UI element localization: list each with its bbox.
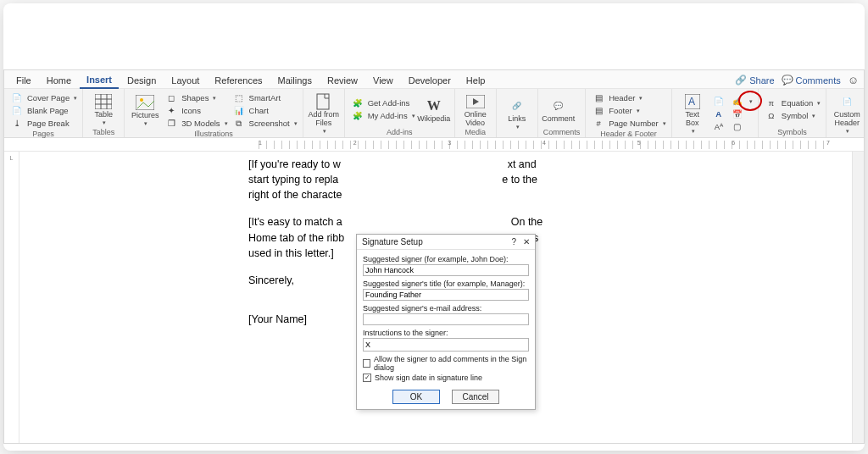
links-button[interactable]: 🔗 Links — [502, 96, 532, 131]
input-signer-email[interactable] — [363, 313, 529, 325]
label-suggested-signer: Suggested signer (for example, John Doe)… — [363, 255, 529, 263]
group-links: 🔗 Links — [497, 89, 538, 137]
wordart-button[interactable]: A — [711, 108, 726, 119]
screenshot-icon: ⧉ — [231, 117, 247, 129]
equation-icon: π — [764, 97, 779, 109]
ok-button[interactable]: OK — [392, 390, 440, 404]
get-addins-button[interactable]: 🧩Get Add-ins — [350, 97, 415, 109]
signature-icon: ✍ — [730, 95, 745, 107]
doc-text: used in this letter.] — [248, 247, 334, 259]
icons-icon: ✦ — [164, 104, 179, 116]
wikipedia-icon: W — [425, 97, 443, 114]
group-comments-label: Comments — [543, 127, 581, 136]
store-icon: 🧩 — [350, 97, 365, 109]
input-instructions[interactable] — [363, 338, 529, 352]
smartart-icon: ⬚ — [231, 91, 247, 103]
custom-header-button[interactable]: 📄 Custom Header — [832, 91, 862, 136]
word-window: File Home Insert Design Layout Reference… — [3, 69, 865, 444]
group-tables-label: Tables — [88, 127, 119, 136]
object-button[interactable]: ▢ — [730, 120, 753, 132]
cover-page-button[interactable]: 📄Cover Page — [9, 91, 77, 103]
tab-references[interactable]: References — [208, 73, 269, 88]
blank-page-button[interactable]: 📄Blank Page — [9, 104, 77, 116]
addins-icon: 🧩 — [350, 110, 365, 122]
vertical-ruler[interactable]: L — [4, 152, 19, 443]
checkbox-allow-comments[interactable] — [363, 359, 370, 368]
icons-button[interactable]: ✦Icons — [164, 104, 227, 116]
add-from-files-button[interactable]: Add from Files — [309, 91, 339, 136]
comments-button[interactable]: 💬 Comments — [782, 75, 841, 86]
chart-icon: 📊 — [231, 104, 247, 116]
page-break-button[interactable]: ⤓Page Break — [9, 117, 77, 129]
footer-icon: ▤ — [591, 104, 606, 116]
text-box-button[interactable]: A Text Box — [677, 91, 708, 136]
symbol-button[interactable]: ΩSymbol — [764, 110, 821, 122]
checkbox-show-date[interactable]: ✓ — [363, 374, 371, 382]
screenshot-button[interactable]: ⧉Screenshot — [231, 117, 298, 129]
group-hf-label: Header & Footer — [591, 129, 666, 138]
header-button[interactable]: ▤Header — [591, 91, 666, 103]
tab-layout[interactable]: Layout — [164, 73, 206, 88]
date-time-button[interactable]: 📅 — [730, 108, 753, 119]
feedback-icon[interactable]: ☺ — [848, 74, 859, 86]
dialog-help-button[interactable]: ? — [511, 237, 516, 246]
horizontal-ruler[interactable]: 1234567 — [4, 138, 864, 152]
doc-text: xt and — [508, 158, 537, 170]
pictures-button[interactable]: Pictures — [130, 92, 160, 128]
chart-button[interactable]: 📊Chart — [231, 104, 298, 116]
group-illustrations-label: Illustrations — [130, 129, 297, 138]
footer-button[interactable]: ▤Footer — [591, 104, 666, 116]
group-logos: 📄 Custom Header Logos — [826, 89, 865, 137]
vertical-scrollbar[interactable] — [852, 152, 864, 443]
smartart-button[interactable]: ⬚SmartArt — [231, 91, 298, 103]
wikipedia-button[interactable]: W Wikipedia — [419, 96, 449, 123]
tab-view[interactable]: View — [366, 73, 400, 88]
page-number-button[interactable]: #Page Number — [591, 117, 666, 129]
shapes-icon: ◻ — [164, 91, 179, 103]
tab-help[interactable]: Help — [459, 73, 492, 88]
online-video-button[interactable]: Online Video — [460, 91, 491, 127]
input-suggested-signer[interactable] — [363, 264, 529, 276]
input-signer-title[interactable] — [363, 289, 529, 301]
tab-insert[interactable]: Insert — [80, 72, 119, 89]
quickparts-icon: 📄 — [711, 95, 726, 107]
tab-mailings[interactable]: Mailings — [271, 73, 319, 88]
tab-home[interactable]: Home — [40, 73, 78, 88]
my-addins-button[interactable]: 🧩My Add-ins — [350, 110, 415, 122]
3d-models-button[interactable]: ❒3D Models — [164, 117, 227, 129]
shapes-button[interactable]: ◻Shapes — [164, 91, 227, 103]
tab-review[interactable]: Review — [320, 73, 364, 88]
header-icon: ▤ — [591, 91, 606, 103]
drop-cap-button[interactable]: Aᴬ — [711, 120, 726, 132]
page-icon: 📄 — [9, 91, 25, 103]
comment-button[interactable]: 💬 Comment — [543, 96, 574, 123]
label-show-date: Show sign date in signature line — [375, 374, 482, 382]
blank-page-icon: 📄 — [9, 104, 25, 116]
logo-icon: 📄 — [837, 93, 856, 110]
label-instructions: Instructions to the signer: — [363, 329, 529, 337]
video-icon — [466, 93, 485, 110]
svg-point-6 — [140, 98, 143, 102]
quick-parts-button[interactable]: 📄 — [711, 95, 726, 107]
cancel-button[interactable]: Cancel — [452, 390, 499, 404]
group-content: Add from Files Content — [303, 89, 345, 137]
group-symbols-label: Symbols — [764, 127, 821, 136]
svg-rect-7 — [317, 94, 329, 109]
tab-file[interactable]: File — [9, 73, 38, 88]
signature-line-button[interactable]: ✍ — [730, 95, 753, 107]
doc-text: [If you're ready to w — [248, 158, 341, 170]
svg-text:A: A — [688, 96, 695, 108]
table-button[interactable]: Table — [88, 91, 119, 127]
doc-text: start typing to repla — [248, 174, 338, 185]
tab-design[interactable]: Design — [120, 73, 163, 88]
signature-setup-dialog: Signature Setup ? ✕ Suggested signer (fo… — [356, 234, 536, 410]
equation-button[interactable]: πEquation — [764, 97, 821, 109]
ribbon-tabs: File Home Insert Design Layout Reference… — [4, 70, 864, 89]
doc-text: [It's easy to match a — [248, 216, 342, 228]
tab-developer[interactable]: Developer — [402, 73, 458, 88]
doc-text: e to the — [502, 174, 537, 185]
group-media-label: Media — [460, 127, 491, 136]
dialog-close-button[interactable]: ✕ — [523, 237, 530, 246]
label-signer-email: Suggested signer's e-mail address: — [363, 304, 529, 313]
share-button[interactable]: 🔗 Share — [735, 75, 774, 86]
